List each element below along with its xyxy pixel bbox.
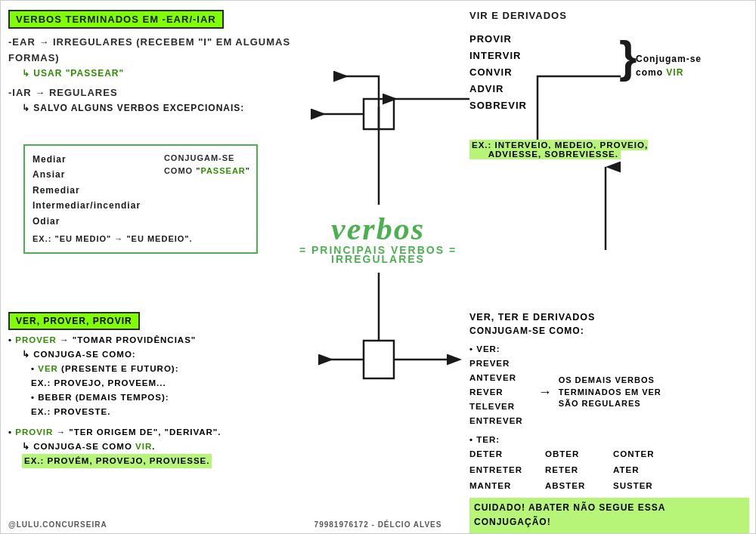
footer-left: @LULU.CONCURSEIRA — [8, 520, 107, 529]
conjugam-label: CONJUGAM-SECOMO "PASSEAR" — [164, 152, 250, 177]
usar-passear-line: ↳ USAR "PASSEAR" — [22, 66, 296, 81]
arrow-note: → OS DEMAIS VERBOSTERMINADOS EM VERSÃO R… — [538, 357, 662, 428]
convir: CONVIR — [469, 64, 621, 81]
provir: PROVIR — [469, 31, 621, 48]
abster: ABSTER — [545, 479, 606, 493]
conjuga-como: ↳ CONJUGA-SE COMO: — [22, 347, 311, 362]
bottom-left-title: VER, PROVER, PROVIR — [8, 312, 140, 330]
provir-line: • PROVIR → "TER ORIGEM DE", "DERIVAR". — [8, 425, 311, 440]
intervir: INTERVIR — [469, 48, 621, 64]
entreter: ENTRETER — [469, 463, 538, 477]
beber-line: • BEBER (DEMAIS TEMPOS): — [31, 390, 311, 405]
reter: RETER — [545, 463, 606, 477]
verbos-title: verbos — [299, 211, 457, 247]
ter-header: • TER: — [469, 433, 749, 447]
inner-green-box: Mediar Ansiar Remediar Intermediar/Incen… — [23, 144, 258, 254]
top-left-content: -EAR → IRREGULARES (RECEBEM "I" EM ALGUM… — [8, 35, 296, 116]
obter: OBTER — [545, 447, 606, 461]
suster: SUSTER — [613, 479, 666, 493]
top-left-title: VERBOS TERMINADOS EM -EAR/-IAR — [8, 10, 224, 29]
box-ex: EX.: "EU MEDIO" → "EU MEDEIO". — [33, 232, 249, 246]
center-verbos: verbos = PRINCIPAIS VERBOS = IRREGULARES — [299, 211, 457, 265]
ver-verbs-row: PREVER ANTEVER REVER TELEVER ENTREVER → … — [469, 357, 749, 428]
odiar: Odiar — [33, 214, 249, 229]
vir-ex: EX.: INTERVEIO, MEDEIO, PROVEIO, ADVIESS… — [469, 140, 727, 159]
conjugam-vir-label: } — [619, 35, 637, 80]
bottom-right-title: VER, TER E DERIVADOS — [469, 312, 595, 323]
ver-line: • VER (PRESENTE E FUTURO): — [31, 362, 311, 376]
ater: ATER — [613, 463, 666, 477]
ver-header: • VER: — [469, 342, 749, 357]
ter-grid: DETER OBTER CONTER ENTRETER RETER ATER M… — [469, 447, 749, 493]
beber-ex: EX.: PROVESTE. — [31, 405, 311, 419]
sobrevir: SOBREVIR — [469, 97, 621, 114]
page: VERBOS TERMINADOS EM -EAR/-IAR -EAR → IR… — [0, 0, 756, 534]
provir-ex: EX.: PROVÉM, PROVEJO, PROVIESSE. — [22, 454, 212, 468]
prover-line: • PROVER → "TOMAR PROVIDÊNCIAS" — [8, 333, 311, 347]
svg-rect-1 — [364, 99, 394, 129]
conter: CONTER — [613, 447, 666, 461]
iar-regulares-line: -IAR → REGULARES — [8, 85, 296, 101]
top-right-verbs: PROVIR INTERVIR CONVIR ADVIR SOBREVIR — [469, 31, 621, 114]
deter: DETER — [469, 447, 538, 461]
intermediar: Intermediar/Incendiar — [33, 198, 249, 213]
footer-center: 79981976172 - DÉLCIO ALVES — [314, 520, 442, 529]
conjugam-como-vir: Conjugam-secomo VIR — [636, 52, 702, 79]
conjuga-vir: ↳ CONJUGA-SE COMO VIR. — [22, 440, 311, 454]
bottom-right-subtitle: CONJUGAM-SE COMO: — [469, 326, 584, 336]
cuidado-box: CUIDADO! ABATER NÃO SEGUE ESSA CONJUGAÇÃ… — [469, 498, 749, 534]
ver-ex: EX.: PROVEJO, PROVEEM... — [31, 376, 311, 390]
bottom-left-content: • PROVER → "TOMAR PROVIDÊNCIAS" ↳ CONJUG… — [8, 333, 311, 468]
bottom-right-content: • VER: PREVER ANTEVER REVER TELEVER ENTR… — [469, 342, 749, 533]
top-right-title: VIR E DERIVADOS — [469, 10, 748, 21]
salvo-line: ↳ SALVO ALGUNS VERBOS EXCEPCIONAIS: — [22, 101, 296, 116]
advir: ADVIR — [469, 81, 621, 97]
ear-irregulares-line: -EAR → IRREGULARES (RECEBEM "I" EM ALGUM… — [8, 35, 296, 66]
remediar: Remediar — [33, 183, 249, 198]
svg-rect-0 — [364, 341, 394, 378]
manter: MANTER — [469, 479, 538, 493]
ver-verbs-list: PREVER ANTEVER REVER TELEVER ENTREVER — [469, 357, 523, 428]
